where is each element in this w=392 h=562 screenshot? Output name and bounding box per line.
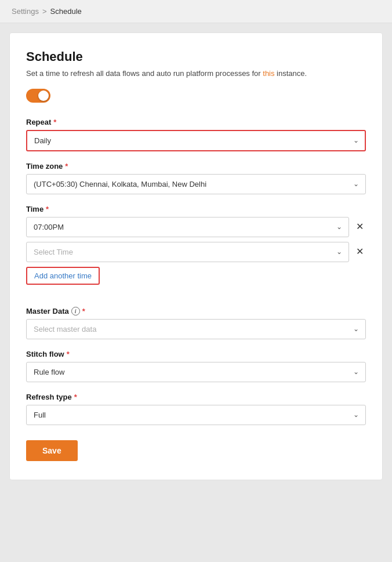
stitch-flow-select-wrapper: Rule flow ⌄ [26, 362, 366, 382]
desc-link[interactable]: this [263, 69, 274, 78]
time-remove-button-2[interactable]: ✕ [354, 245, 366, 259]
repeat-select[interactable]: Daily Weekly Monthly [26, 130, 366, 151]
refresh-type-required-star: * [74, 393, 77, 401]
main-content: Schedule Set a time to refresh all data … [9, 32, 383, 480]
master-data-info-icon: i [71, 307, 80, 316]
repeat-required-star: * [53, 118, 56, 126]
timezone-select[interactable]: (UTC+05:30) Chennai, Kolkata, Mumbai, Ne… [26, 174, 366, 194]
master-data-select-wrapper: Select master data ⌄ [26, 319, 366, 339]
time-row-2: Select Time 07:00PM 08:00AM ⌄ ✕ [26, 242, 366, 262]
time-select-1[interactable]: 07:00PM [26, 217, 349, 237]
toggle-wrapper[interactable] [26, 89, 366, 105]
timezone-field-group: Time zone * (UTC+05:30) Chennai, Kolkata… [26, 162, 366, 194]
stitch-flow-label: Stitch flow * [26, 350, 366, 358]
refresh-type-label: Refresh type * [26, 393, 366, 401]
stitch-flow-required-star: * [67, 350, 70, 358]
repeat-select-wrapper: Daily Weekly Monthly ⌄ [26, 130, 366, 151]
timezone-select-wrapper: (UTC+05:30) Chennai, Kolkata, Mumbai, Ne… [26, 174, 366, 194]
time-label: Time * [26, 205, 366, 213]
time-select-wrapper-2: Select Time 07:00PM 08:00AM ⌄ [26, 242, 349, 262]
time-select-2[interactable]: Select Time 07:00PM 08:00AM [26, 242, 349, 262]
toggle[interactable] [26, 89, 50, 103]
refresh-type-field-group: Refresh type * Full Incremental ⌄ [26, 393, 366, 425]
time-field-group: Time * 07:00PM ⌄ ✕ Select Time 07:00PM 0… [26, 205, 366, 296]
save-button[interactable]: Save [26, 440, 78, 461]
desc-pre: Set a time to refresh all data flows and… [26, 69, 263, 78]
breadcrumb-separator: > [42, 7, 47, 16]
refresh-type-select[interactable]: Full Incremental [26, 405, 366, 425]
repeat-field-group: Repeat * Daily Weekly Monthly ⌄ [26, 118, 366, 151]
master-data-label: Master Data i * [26, 307, 366, 316]
time-row-1: 07:00PM ⌄ ✕ [26, 217, 366, 237]
desc-post: instance. [275, 69, 307, 78]
page-description: Set a time to refresh all data flows and… [26, 68, 366, 79]
time-remove-button-1[interactable]: ✕ [354, 220, 366, 234]
refresh-type-select-wrapper: Full Incremental ⌄ [26, 405, 366, 425]
timezone-label: Time zone * [26, 162, 366, 171]
timezone-required-star: * [65, 162, 68, 171]
breadcrumb-parent[interactable]: Settings [12, 7, 39, 16]
breadcrumb-current: Schedule [50, 7, 82, 16]
master-data-required-star: * [82, 307, 85, 316]
master-data-select[interactable]: Select master data [26, 319, 366, 339]
repeat-label: Repeat * [26, 118, 366, 126]
top-bar: Settings > Schedule [0, 0, 392, 23]
stitch-flow-select[interactable]: Rule flow [26, 362, 366, 382]
add-another-time-button[interactable]: Add another time [26, 267, 100, 285]
page-title: Schedule [26, 49, 366, 64]
time-select-wrapper-1: 07:00PM ⌄ [26, 217, 349, 237]
stitch-flow-field-group: Stitch flow * Rule flow ⌄ [26, 350, 366, 382]
toggle-thumb [38, 90, 49, 101]
time-required-star: * [46, 205, 49, 213]
master-data-field-group: Master Data i * Select master data ⌄ [26, 307, 366, 339]
